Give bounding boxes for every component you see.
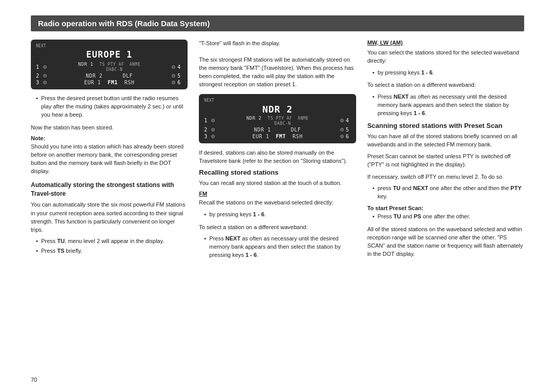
note-text: Should you tune into a station which has…	[31, 143, 188, 176]
scan-body-3: If necessary, switch off PTY on menu lev…	[367, 173, 524, 181]
header-text: Radio operation with RDS (Radio Data Sys…	[38, 19, 210, 28]
next-label: NEXT	[36, 44, 182, 48]
display-row: 2 NDR 2 DLF 5	[36, 73, 182, 79]
next-bullets-mid: Press NEXT as often as necessary until t…	[199, 235, 356, 259]
manual-text: If desired, stations can also be stored …	[199, 148, 356, 165]
dot-icon	[211, 128, 215, 132]
dot-icon	[340, 135, 344, 138]
fm-bullets: by pressing keys 1 - 6.	[199, 211, 356, 219]
recalling-body: You can recall any stored station at the…	[199, 179, 356, 187]
scan-body-1: You can have all of the stored stations …	[367, 132, 524, 149]
mw-bullets: by pressing keys 1 - 6.	[367, 69, 524, 77]
scan-bullets: press TU and NEXT one after the other an…	[367, 184, 524, 201]
mw-lw-label: MW, LW (AM)	[367, 40, 524, 46]
display-row: 3 EUR 1 FMT RSH 6	[204, 134, 350, 139]
scan-heading: Scanning stored stations with Preset Sca…	[367, 122, 524, 129]
page-number: 70	[31, 377, 37, 383]
dot-icon	[211, 135, 215, 138]
mw-body: You can select the stations stored for t…	[367, 48, 524, 65]
fm-body: Recall the stations on the waveband sele…	[199, 198, 356, 207]
preset-button-bullets: Press the desired preset button until th…	[31, 95, 188, 119]
page: Radio operation with RDS (Radio Data Sys…	[0, 0, 555, 392]
radio-display-2: NEXT NDR 2 1 NDR 2 TS PTY AF ANMEDABC-N …	[199, 94, 356, 143]
middle-column: "T-Store" will flash in the display.The …	[199, 40, 356, 264]
tstore-text: "T-Store" will flash in the display.The …	[199, 40, 356, 89]
dot-icon	[43, 74, 47, 78]
auto-store-heading: Automatically storing the strongest stat…	[31, 181, 188, 198]
display-row: 3 EUR 1 FM1 RSH 6	[36, 80, 182, 85]
final-body: All of the stored stations on the waveba…	[367, 225, 524, 258]
next-label-2: NEXT	[204, 98, 350, 103]
diff-waveband-right: To select a station on a different waveb…	[367, 81, 524, 89]
start-scan-label: To start Preset Scan:	[367, 205, 524, 211]
dot-icon	[211, 119, 215, 122]
radio-display-1: NEXT EUROPE 1 1 NDR 1 TS PTY AF ANMEDABC…	[31, 40, 188, 89]
list-item: Press TS briefly.	[36, 247, 188, 255]
dot-icon	[172, 74, 175, 78]
list-item: Press NEXT as often as necessary until t…	[373, 93, 524, 118]
next-bullets-right: Press NEXT as often as necessary until t…	[367, 93, 524, 118]
left-column: NEXT EUROPE 1 1 NDR 1 TS PTY AF ANMEDABC…	[31, 40, 188, 264]
dot-icon	[172, 65, 175, 69]
dot-icon	[172, 81, 175, 84]
scan-body-2: Preset Scan cannot be started unless PTY…	[367, 152, 524, 169]
dot-icon	[43, 81, 47, 84]
diff-waveband-mid: To select a station on a different waveb…	[199, 223, 356, 231]
note-label: Note:	[31, 135, 188, 141]
list-item: Press the desired preset button until th…	[36, 95, 188, 119]
content-grid: NEXT EUROPE 1 1 NDR 1 TS PTY AF ANMEDABC…	[31, 40, 524, 264]
display-row: 1 NDR 2 TS PTY AF ANMEDABC-N 4	[204, 116, 350, 126]
display-rows-1: 1 NDR 1 TS PTY AF ANMEDABC-N 4 2 NDR 2 D…	[36, 62, 182, 85]
stored-text: Now the station has been stored.	[31, 123, 188, 132]
list-item: press TU and NEXT one after the other an…	[373, 184, 524, 201]
start-scan-bullets: Press TU and PS one after the other.	[367, 213, 524, 221]
display-row: 2 NDR 1 DLF 5	[204, 127, 350, 133]
list-item: by pressing keys 1 - 6.	[204, 211, 356, 219]
right-column: MW, LW (AM) You can select the stations …	[367, 40, 524, 264]
auto-store-bullets: Press TU, menu level 2 will appear in th…	[31, 237, 188, 255]
big-station-2: NDR 2	[204, 104, 350, 115]
display-row: 1 NDR 1 TS PTY AF ANMEDABC-N 4	[36, 62, 182, 72]
list-item: by pressing keys 1 - 6.	[373, 69, 524, 77]
display-rows-2: 1 NDR 2 TS PTY AF ANMEDABC-N 4 2 NDR 1 D…	[204, 116, 350, 139]
page-title: Radio operation with RDS (Radio Data Sys…	[31, 15, 524, 31]
dot-icon	[340, 128, 344, 132]
big-station-1: EUROPE 1	[36, 49, 182, 60]
recalling-title: Recalling stored stations	[199, 169, 356, 176]
list-item: Press TU and PS one after the other.	[373, 213, 524, 221]
auto-store-body: You can automatically store the six most…	[31, 200, 188, 234]
fm-label: FM	[199, 191, 356, 197]
dot-icon	[340, 119, 344, 122]
dot-icon	[43, 65, 47, 69]
list-item: Press TU, menu level 2 will appear in th…	[36, 237, 188, 246]
list-item: Press NEXT as often as necessary until t…	[204, 235, 356, 259]
